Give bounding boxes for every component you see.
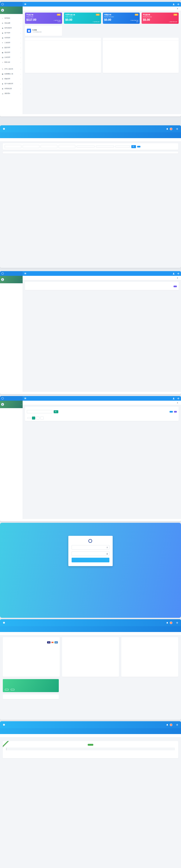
sidebar-item[interactable]: ◉ 用户管理 ›: [0, 31, 23, 35]
gear-icon[interactable]: [176, 397, 180, 400]
sidebar-item[interactable]: ◉ 代理管理 ›: [0, 35, 23, 40]
channel-select[interactable]: [77, 146, 95, 148]
page-header: [0, 632, 181, 635]
adminor-header: [0, 721, 181, 728]
sidebar-item-label: 异常订单排查: [4, 68, 13, 70]
page-1[interactable]: [32, 416, 35, 420]
finish-time-input[interactable]: [58, 145, 75, 148]
gear-icon[interactable]: [176, 622, 178, 624]
sidebar-item-label: 交易管理: [4, 56, 10, 59]
sidebar-item[interactable]: ❖ 模板管理 ›: [0, 76, 23, 81]
api-doc-button[interactable]: [88, 744, 93, 746]
visa-icon: VISA: [47, 641, 50, 644]
breadcrumb[interactable]: [177, 277, 179, 279]
sidebar-item[interactable]: ▦ 批量删除订单 ›: [0, 71, 23, 76]
sidebar-item[interactable]: ≡ 订单管理 ›: [0, 40, 23, 45]
avatar[interactable]: [170, 128, 172, 130]
username-row: [72, 545, 109, 550]
sidebar-item-icon: ↻: [2, 68, 3, 70]
gear-icon[interactable]: [176, 128, 178, 130]
bell-icon[interactable]: [166, 622, 168, 624]
sidebar-user-panel[interactable]: [0, 6, 23, 14]
channel-search-input[interactable]: [27, 410, 52, 413]
detail-badge[interactable]: 详情: [135, 14, 138, 16]
stat-card: 代理总分成 Monthly Deduction $0.00 详情 ↗ more …: [103, 12, 140, 24]
bell-icon[interactable]: [166, 724, 168, 726]
avatar: [1, 9, 4, 12]
gear-icon[interactable]: [176, 2, 180, 6]
login-button[interactable]: [72, 558, 109, 562]
logout-button[interactable]: [11, 689, 15, 690]
mini-card-icon: ▇: [27, 29, 31, 33]
breadcrumb[interactable]: [177, 8, 179, 9]
change-password-button[interactable]: [5, 689, 9, 690]
sidebar-user-panel[interactable]: ›: [0, 276, 23, 283]
user-icon[interactable]: [172, 397, 175, 400]
sidebar-item[interactable]: ☁ 清除缓存 ›: [0, 91, 23, 96]
page-2[interactable]: [36, 416, 40, 420]
create-time-input[interactable]: [41, 145, 57, 148]
sidebar-item[interactable]: ◆ 用户分类管理 ›: [0, 81, 23, 86]
fab-logo[interactable]: [0, 2, 23, 6]
status-select[interactable]: [96, 146, 114, 148]
bell-icon[interactable]: [166, 128, 168, 130]
fab-template-screen: ›: [0, 271, 181, 394]
adminor-logo[interactable]: [3, 723, 6, 726]
sidebar-item[interactable]: ◈ 提款管理 ›: [0, 45, 23, 50]
user-icon[interactable]: [172, 272, 175, 275]
sidebar-item[interactable]: ⚙ 系统设置 ›: [0, 21, 23, 26]
fab-topbar: [0, 396, 181, 401]
hamburger-icon[interactable]: [25, 398, 26, 399]
chevron-right-icon: ›: [21, 52, 21, 53]
sidebar-section-label: [0, 283, 23, 285]
today-stats-card: [25, 38, 101, 73]
adminor-header: [0, 619, 181, 626]
page-size-select[interactable]: [27, 417, 31, 419]
sidebar-item[interactable]: ↗ 财务分析 ›: [0, 60, 23, 65]
detail-badge[interactable]: 详情: [174, 14, 177, 16]
avatar[interactable]: [170, 622, 172, 624]
chevron-right-icon: ›: [21, 18, 21, 19]
adminor-logo[interactable]: [3, 622, 6, 624]
week-chart: [106, 42, 176, 72]
home-icon: [177, 277, 178, 279]
password-input[interactable]: [73, 553, 106, 554]
export-button[interactable]: [137, 146, 140, 148]
type-select[interactable]: [115, 146, 130, 148]
fab-logo[interactable]: [0, 271, 23, 276]
sidebar-item[interactable]: ◉ 管理员管理 ›: [0, 26, 23, 31]
sidebar-user-panel[interactable]: ›: [0, 401, 23, 408]
order-no-input[interactable]: [5, 145, 22, 148]
detail-badge[interactable]: 详情: [96, 14, 100, 16]
risk-button[interactable]: [174, 411, 177, 412]
sidebar-item-label: 管理员管理: [4, 27, 12, 29]
filter-bar: [3, 143, 178, 150]
next-page[interactable]: [40, 416, 44, 420]
sidebar-item[interactable]: ↻ 异常订单排查 ›: [0, 67, 23, 71]
sidebar-item[interactable]: ◉ 谷歌验证器 ›: [0, 86, 23, 91]
username-input[interactable]: [73, 547, 106, 548]
fab-logo[interactable]: [0, 396, 23, 401]
search-button[interactable]: [131, 145, 136, 148]
gear-icon[interactable]: [176, 272, 180, 275]
add-app-button[interactable]: [170, 411, 173, 412]
search-icon: [55, 411, 56, 412]
add-template-button[interactable]: [174, 286, 177, 287]
sidebar-item[interactable]: ▦ 通道管理 ›: [0, 50, 23, 55]
adminor-logo[interactable]: [3, 128, 6, 130]
gear-icon[interactable]: [176, 724, 178, 726]
breadcrumb[interactable]: [177, 402, 179, 403]
page-header: [0, 138, 181, 142]
cube-icon: [3, 128, 5, 130]
fab-main: 平台总入金 Todays Order $117.00 详情 ↗ up from …: [23, 6, 181, 117]
hamburger-icon[interactable]: [25, 273, 26, 274]
detail-badge[interactable]: 详情: [57, 14, 61, 16]
search-button[interactable]: [54, 410, 58, 413]
chevron-right-icon: ›: [21, 88, 21, 89]
sidebar-item[interactable]: ⌂ 管理首页 ›: [0, 16, 23, 21]
hamburger-icon[interactable]: [25, 3, 26, 5]
avatar[interactable]: [170, 723, 172, 726]
user-icon[interactable]: [172, 2, 175, 6]
sidebar-item[interactable]: ▤ 交易管理 ›: [0, 55, 23, 60]
order-desc-input[interactable]: [23, 145, 40, 148]
